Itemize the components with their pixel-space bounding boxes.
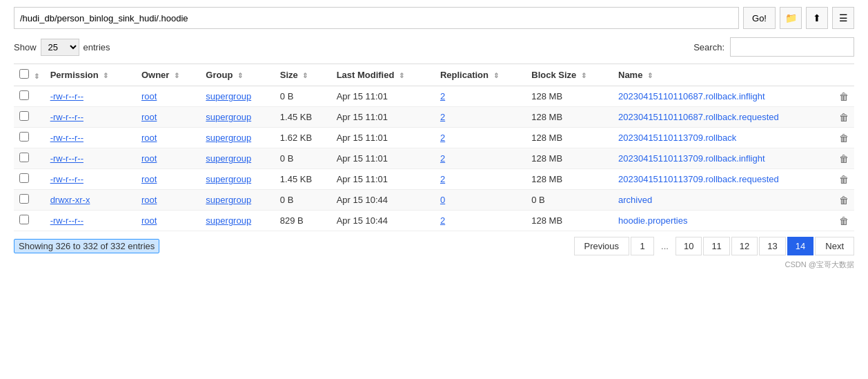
- group-link[interactable]: supergroup: [206, 174, 251, 184]
- page-1-button[interactable]: 1: [631, 237, 654, 255]
- permission-link[interactable]: -rw-r--r--: [50, 91, 83, 101]
- delete-icon[interactable]: 🗑: [839, 153, 849, 164]
- go-button[interactable]: Go!: [743, 7, 776, 29]
- row-checkbox[interactable]: [19, 90, 29, 100]
- group-link[interactable]: supergroup: [206, 215, 251, 226]
- page-12-button[interactable]: 12: [731, 237, 758, 255]
- owner-link[interactable]: root: [141, 112, 157, 122]
- group-link[interactable]: supergroup: [206, 153, 251, 164]
- page-11-button[interactable]: 11: [703, 237, 729, 255]
- cell-block-size: 128 MB: [526, 86, 613, 107]
- page-13-button[interactable]: 13: [759, 237, 785, 255]
- cell-name: archived: [613, 190, 834, 211]
- group-link[interactable]: supergroup: [206, 195, 251, 205]
- delete-icon[interactable]: 🗑: [839, 195, 849, 206]
- replication-link[interactable]: 2: [440, 133, 445, 143]
- cell-delete: 🗑: [834, 190, 854, 211]
- search-input[interactable]: [730, 37, 854, 57]
- replication-link[interactable]: 2: [440, 215, 445, 226]
- entries-select[interactable]: 10 25 50 100: [41, 39, 79, 56]
- row-checkbox[interactable]: [19, 111, 29, 121]
- col-block-size: Block Size ⇕: [526, 64, 613, 86]
- permission-link[interactable]: -rw-r--r--: [50, 133, 83, 143]
- permission-link[interactable]: drwxr-xr-x: [50, 195, 90, 205]
- previous-button[interactable]: Previous: [574, 237, 630, 255]
- cell-owner: root: [136, 169, 200, 190]
- cell-block-size: 128 MB: [526, 169, 613, 190]
- file-name-link[interactable]: 20230415110110687.rollback.inflight: [618, 91, 765, 101]
- delete-icon[interactable]: 🗑: [839, 133, 849, 144]
- owner-link[interactable]: root: [141, 133, 157, 143]
- owner-link[interactable]: root: [141, 153, 157, 164]
- file-name-link[interactable]: 20230415110113709.rollback: [618, 133, 736, 143]
- permission-link[interactable]: -rw-r--r--: [50, 112, 83, 122]
- upload-icon-button[interactable]: ⬆: [806, 7, 828, 29]
- table-row: -rw-r--r--rootsupergroup0 BApr 15 11:012…: [14, 86, 854, 107]
- footer-row: Showing 326 to 332 of 332 entries Previo…: [14, 237, 854, 255]
- table-body: -rw-r--r--rootsupergroup0 BApr 15 11:012…: [14, 86, 854, 231]
- cell-name: 20230415110113709.rollback: [613, 128, 834, 148]
- file-name-link[interactable]: hoodie.properties: [618, 215, 687, 226]
- replication-link[interactable]: 2: [440, 174, 445, 184]
- cell-name: 20230415110113709.rollback.inflight: [613, 148, 834, 169]
- page-10-button[interactable]: 10: [675, 237, 702, 255]
- row-checkbox[interactable]: [19, 194, 29, 204]
- col-last-modified: Last Modified ⇕: [331, 64, 435, 86]
- list-icon-button[interactable]: ☰: [832, 7, 854, 29]
- permission-link[interactable]: -rw-r--r--: [50, 174, 83, 184]
- replication-link[interactable]: 0: [440, 195, 445, 205]
- delete-icon[interactable]: 🗑: [839, 174, 849, 185]
- list-icon: ☰: [839, 12, 848, 23]
- select-all-checkbox[interactable]: [19, 69, 29, 79]
- cell-last-modified: Apr 15 10:44: [331, 211, 435, 231]
- row-checkbox[interactable]: [19, 132, 29, 142]
- cell-block-size: 128 MB: [526, 107, 613, 128]
- group-link[interactable]: supergroup: [206, 112, 251, 122]
- cell-last-modified: Apr 15 11:01: [331, 148, 435, 169]
- cell-name: hoodie.properties: [613, 211, 834, 231]
- owner-link[interactable]: root: [141, 91, 157, 101]
- sort-icon-name: ⇕: [647, 72, 653, 79]
- file-name-link[interactable]: 20230415110113709.rollback.inflight: [618, 153, 765, 164]
- col-permission: Permission ⇕: [45, 64, 136, 86]
- cell-last-modified: Apr 15 10:44: [331, 190, 435, 211]
- owner-link[interactable]: root: [141, 195, 157, 205]
- owner-link[interactable]: root: [141, 174, 157, 184]
- replication-link[interactable]: 2: [440, 112, 445, 122]
- col-size: Size ⇕: [275, 64, 331, 86]
- col-name: Name ⇕: [613, 64, 834, 86]
- col-checkbox: ⇕: [14, 64, 45, 86]
- delete-icon[interactable]: 🗑: [839, 91, 849, 102]
- group-link[interactable]: supergroup: [206, 133, 251, 143]
- file-name-link[interactable]: 20230415110110687.rollback.requested: [618, 112, 779, 122]
- cell-delete: 🗑: [834, 148, 854, 169]
- group-link[interactable]: supergroup: [206, 91, 251, 101]
- table-row: -rw-r--r--rootsupergroup1.45 KBApr 15 11…: [14, 107, 854, 128]
- file-table: ⇕ Permission ⇕ Owner ⇕ Group ⇕ Size ⇕ La…: [14, 64, 854, 231]
- row-checkbox[interactable]: [19, 215, 29, 224]
- delete-icon[interactable]: 🗑: [839, 215, 849, 226]
- replication-link[interactable]: 2: [440, 153, 445, 164]
- cell-permission: drwxr-xr-x: [45, 190, 136, 211]
- next-button[interactable]: Next: [815, 237, 854, 255]
- row-checkbox[interactable]: [19, 173, 29, 183]
- delete-icon[interactable]: 🗑: [839, 112, 849, 123]
- row-checkbox[interactable]: [19, 153, 29, 162]
- cell-replication: 2: [435, 148, 526, 169]
- page-14-button[interactable]: 14: [787, 237, 813, 255]
- folder-icon-button[interactable]: 📁: [780, 7, 802, 29]
- permission-link[interactable]: -rw-r--r--: [50, 153, 83, 164]
- cell-last-modified: Apr 15 11:01: [331, 169, 435, 190]
- search-area: Search:: [693, 37, 854, 57]
- owner-link[interactable]: root: [141, 215, 157, 226]
- cell-owner: root: [136, 148, 200, 169]
- cell-size: 0 B: [275, 86, 331, 107]
- cell-permission: -rw-r--r--: [45, 211, 136, 231]
- file-name-link[interactable]: 20230415110113709.rollback.requested: [618, 174, 779, 184]
- replication-link[interactable]: 2: [440, 91, 445, 101]
- path-input[interactable]: [14, 7, 739, 29]
- cell-block-size: 128 MB: [526, 211, 613, 231]
- file-name-link[interactable]: archived: [618, 195, 652, 205]
- permission-link[interactable]: -rw-r--r--: [50, 215, 83, 226]
- cell-permission: -rw-r--r--: [45, 86, 136, 107]
